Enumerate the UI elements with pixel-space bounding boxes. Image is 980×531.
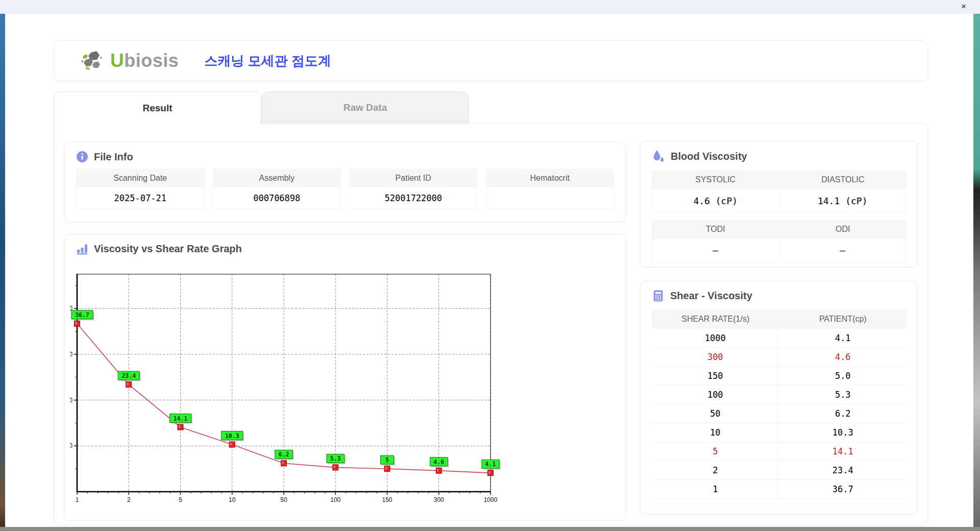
file-info-field-value: 2025-07-21 [76,187,205,209]
data-point-label: 10.3 [225,432,239,440]
shear-viscosity-table: SHEAR RATE(1/s) PATIENT(cp) 10004.13004.… [652,309,906,499]
file-info-field-label: Hematocrit [486,169,615,187]
file-info-field: Assembly000706898 [213,169,341,209]
x-tick-label: 50 [280,496,287,503]
x-tick-label: 1000 [484,496,498,503]
y-tick-label: 30 [70,351,72,358]
shear-table-row: 506.2 [652,404,906,423]
shear-rate-cell: 150 [652,367,779,385]
file-info-field-label: Scanning Date [76,169,205,187]
blood-viscosity-table: SYSTOLICDIASTOLIC4.6 (cP)14.1 (cP) [652,170,906,212]
blood-viscosity-title-row: Blood Viscosity [641,141,918,168]
file-info-field-label: Assembly [213,169,341,187]
shear-rate-cell: 10 [652,423,779,442]
data-point-label: 4.1 [485,461,496,468]
blood-viscosity-table: TODIODI–– [652,220,906,262]
file-info-grid: Scanning Date2025-07-21Assembly000706898… [65,168,625,209]
blood-viscosity-tables: SYSTOLICDIASTOLIC4.6 (cP)14.1 (cP)TODIOD… [641,170,918,262]
tab-raw-data[interactable]: Raw Data [261,91,469,124]
blood-viscosity-header: TODI [652,220,779,239]
patient-viscosity-cell: 36.7 [779,480,907,498]
logo-text-biosis: biosis [124,50,179,71]
data-point-label: 5.3 [330,455,341,462]
shear-table-row: 136.7 [652,480,906,499]
shear-rate-cell: 2 [652,461,779,479]
data-point-label: 6.2 [279,451,289,458]
patient-viscosity-cell: 5.3 [779,385,907,404]
shear-table-row: 223.4 [652,461,906,480]
patient-column-header: PATIENT(cp) [779,309,907,329]
x-tick-label: 10 [229,496,236,503]
blood-viscosity-value: – [779,239,907,262]
info-icon [76,151,88,163]
data-point-marker [436,468,442,473]
shear-table-row: 10004.1 [652,329,906,348]
y-tick-label: 10 [70,442,72,449]
shear-table-header: SHEAR RATE(1/s) PATIENT(cp) [652,309,906,329]
x-tick-label: 300 [434,496,444,503]
tab-content: File Info Scanning Date2025-07-21Assembl… [54,123,928,525]
blood-viscosity-value: 14.1 (cP) [779,189,907,212]
data-point-marker [384,466,390,472]
shear-rate-cell: 300 [652,348,779,366]
graph-title: Viscosity vs Shear Rate Graph [94,243,242,255]
x-tick-label: 2 [127,496,131,503]
app-window: Ubiosis 스캐닝 모세관 점도계 Result Raw Data File… [5,14,973,527]
data-point-label: 14.1 [174,415,188,422]
file-info-field-value: 52001722000 [349,187,478,209]
x-tick-label: 100 [330,496,340,503]
file-info-field-label: Patient ID [349,169,478,187]
x-tick-label: 5 [179,496,182,503]
file-info-title: File Info [94,151,133,163]
blood-viscosity-header: DIASTOLIC [779,170,907,189]
shear-viscosity-title: Shear - Viscosity [670,290,752,302]
y-tick-label: 20 [70,397,72,404]
blood-viscosity-title: Blood Viscosity [671,151,747,162]
x-tick-label: 1 [76,496,79,503]
shear-table-row: 1005.3 [652,385,906,404]
data-point-marker [178,424,183,430]
ubiosis-logo-icon [81,50,107,72]
blood-viscosity-header: ODI [779,220,907,239]
chart-area: 125105010015030010001020304036.723.414.1… [65,260,625,518]
data-point-label: 4.6 [433,458,444,466]
shear-table-body: 10004.13004.61505.01005.3506.21010.3514.… [652,329,906,499]
patient-viscosity-cell: 4.1 [779,329,907,347]
patient-viscosity-cell: 23.4 [779,461,907,479]
data-point-marker [229,442,235,447]
shear-rate-column-header: SHEAR RATE(1/s) [652,309,779,329]
data-point-marker [75,321,80,326]
desktop-edge-left [0,14,5,527]
patient-viscosity-cell: 4.6 [779,348,907,366]
shear-rate-cell: 50 [652,404,779,423]
shear-table-row: 514.1 [652,442,906,461]
graph-title-row: Viscosity vs Shear Rate Graph [65,234,625,260]
data-point-label: 36.7 [75,311,89,319]
blood-viscosity-header: SYSTOLIC [652,170,779,189]
viscosity-chart: 125105010015030010001020304036.723.414.1… [70,263,607,516]
blood-viscosity-value: 4.6 (cP) [652,189,779,212]
data-point-marker [281,461,287,466]
bar-chart-icon [76,243,88,255]
shear-rate-cell: 1000 [652,329,779,347]
shear-table-row: 3004.6 [652,348,906,367]
file-info-title-row: File Info [65,142,625,168]
tab-result[interactable]: Result [54,91,261,124]
window-titlebar: × [0,0,980,14]
file-info-field: Hematocrit [486,169,615,209]
file-info-field-value: 000706898 [213,187,341,209]
patient-viscosity-cell: 10.3 [779,423,907,442]
desktop-edge-right [973,14,980,531]
data-point-label: 5 [385,456,389,464]
shear-viscosity-title-row: Shear - Viscosity [641,281,918,307]
ubiosis-logo: Ubiosis [81,50,179,72]
file-info-field: Scanning Date2025-07-21 [76,169,205,209]
close-icon[interactable]: × [958,1,970,12]
header-card: Ubiosis 스캐닝 모세관 점도계 [54,40,928,81]
data-point-marker [333,465,338,470]
viscosity-graph-panel: Viscosity vs Shear Rate Graph 1251050100… [64,234,626,521]
file-info-panel: File Info Scanning Date2025-07-21Assembl… [64,142,626,223]
file-info-field-value [486,187,615,209]
calculator-icon [652,289,665,302]
shear-table-row: 1010.3 [652,423,906,442]
